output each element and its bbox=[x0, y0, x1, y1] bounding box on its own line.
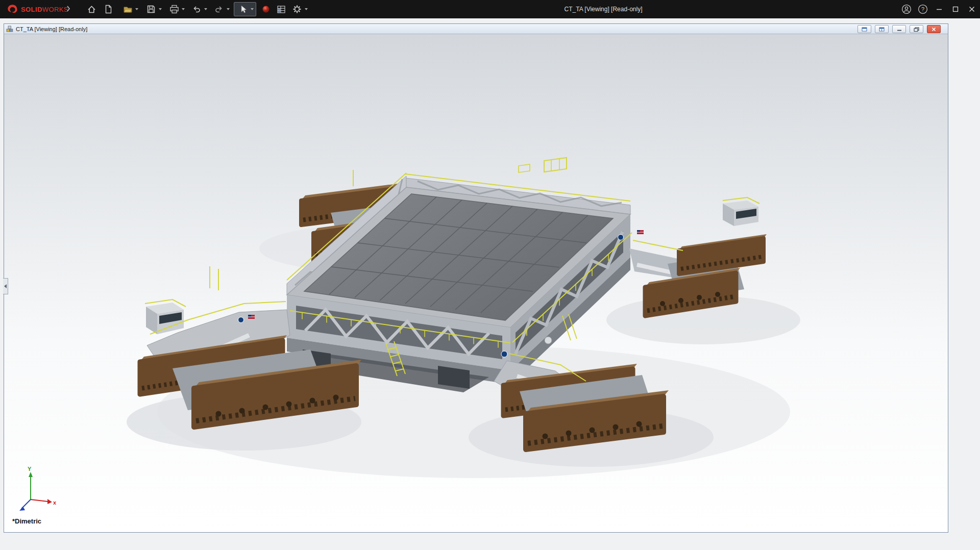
doc-restore-button[interactable] bbox=[910, 25, 923, 33]
help-button[interactable]: ? bbox=[915, 0, 931, 18]
document-title: CT_TA [Viewing] [Read-only] bbox=[16, 26, 87, 32]
assembly-document-icon bbox=[6, 26, 13, 33]
app-title: CT_TA [Viewing] [Read-only] bbox=[565, 0, 643, 18]
select-tool-group bbox=[234, 2, 256, 16]
collapse-arrow-icon bbox=[4, 284, 7, 288]
doc-close-button[interactable] bbox=[927, 25, 941, 33]
document-window: CT_TA [Viewing] [Read-only] bbox=[4, 23, 948, 533]
titlebar-right-cluster: ? bbox=[898, 0, 980, 18]
new-document-button[interactable] bbox=[102, 3, 115, 16]
minimize-button[interactable] bbox=[931, 0, 947, 18]
triad-x-label: x bbox=[53, 499, 57, 506]
document-titlebar[interactable]: CT_TA [Viewing] [Read-only] bbox=[4, 24, 948, 34]
options-dropdown-caret[interactable] bbox=[305, 8, 308, 10]
select-cursor-button[interactable] bbox=[236, 3, 250, 16]
operator-cab-right bbox=[723, 197, 760, 226]
options-gear-button[interactable] bbox=[290, 3, 308, 16]
print-button[interactable] bbox=[167, 3, 185, 16]
save-button[interactable] bbox=[144, 3, 162, 16]
view-orientation-label: *Dimetric bbox=[12, 517, 41, 525]
doc-minimize-button[interactable] bbox=[892, 25, 906, 33]
solidworks-logo: SOLIDWORKS bbox=[5, 0, 68, 18]
redo-dropdown-caret[interactable] bbox=[227, 8, 230, 10]
breadcrumb-chevron-icon[interactable] bbox=[66, 5, 70, 14]
undo-dropdown-caret[interactable] bbox=[204, 8, 207, 10]
undo-button[interactable] bbox=[190, 3, 207, 16]
save-dropdown-caret[interactable] bbox=[159, 8, 162, 10]
model-canvas[interactable]: Y x bbox=[4, 34, 948, 532]
red-sphere-button[interactable] bbox=[259, 3, 273, 16]
properties-table-button[interactable] bbox=[275, 3, 288, 16]
graphics-viewport[interactable]: Y x *Dimetric bbox=[4, 34, 948, 532]
svg-text:?: ? bbox=[921, 6, 924, 12]
featuremanager-collapse-tab[interactable] bbox=[3, 278, 8, 294]
print-dropdown-caret[interactable] bbox=[182, 8, 185, 10]
account-button[interactable] bbox=[898, 0, 915, 18]
triad-y-label: Y bbox=[28, 466, 32, 472]
document-window-controls bbox=[857, 25, 941, 33]
orientation-triad: Y x bbox=[19, 466, 57, 511]
select-dropdown-caret[interactable] bbox=[251, 8, 254, 10]
redo-button[interactable] bbox=[212, 3, 230, 16]
solidworks-app: { "brand": { "bold": "SOLID", "light": "… bbox=[0, 0, 980, 550]
dassault-logo-icon bbox=[5, 4, 18, 15]
close-button[interactable] bbox=[964, 0, 980, 18]
maximize-button[interactable] bbox=[947, 0, 964, 18]
doc-split-window-button[interactable] bbox=[875, 25, 889, 33]
doc-new-window-button[interactable] bbox=[857, 25, 871, 33]
app-titlebar: SOLIDWORKS bbox=[0, 0, 980, 18]
brand-wordmark: SOLIDWORKS bbox=[21, 6, 68, 13]
operator-cab-left bbox=[145, 299, 186, 334]
home-button[interactable] bbox=[85, 3, 98, 16]
open-button[interactable] bbox=[121, 3, 138, 16]
open-dropdown-caret[interactable] bbox=[135, 8, 138, 10]
